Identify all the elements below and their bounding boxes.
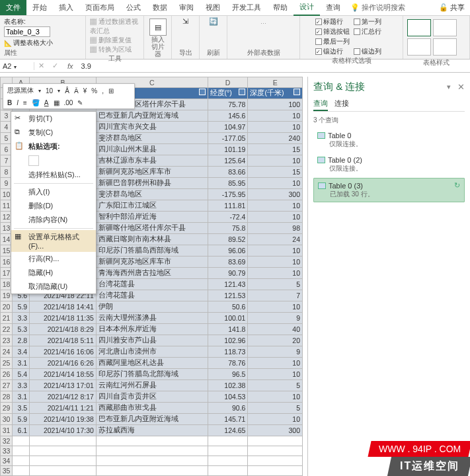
cell[interactable]: 巴布亚新几内亚附近海域 — [96, 110, 208, 122]
cell[interactable] — [208, 446, 248, 456]
cell[interactable] — [208, 456, 248, 466]
cell[interactable]: 9 — [248, 346, 303, 358]
cell[interactable]: 10 — [248, 178, 303, 189]
cell[interactable]: 121.53 — [208, 290, 248, 301]
query-item[interactable]: Table 0仅限连接。 — [313, 129, 465, 151]
cell[interactable]: 台湾花莲县 — [96, 290, 208, 301]
cell[interactable]: 云南红河州石屏县 — [96, 380, 208, 391]
tab-dev[interactable]: 开发工具 — [226, 0, 267, 15]
cell[interactable] — [30, 436, 97, 446]
cell[interactable]: 3.5 — [13, 403, 30, 414]
cell[interactable]: 300 — [248, 189, 303, 200]
ctx-copy[interactable]: ⧉复制(C) — [11, 126, 96, 139]
opt-filter-btn[interactable]: 筛选按钮 — [315, 27, 350, 36]
opt-total-row[interactable]: 汇总行 — [354, 27, 388, 36]
table-header-cell[interactable]: 深度(千米) — [248, 88, 303, 99]
ctx-insert[interactable]: 插入(I) — [11, 185, 96, 199]
mini-inc-font-icon[interactable]: Â — [63, 87, 71, 95]
cell[interactable]: 2021/4/10 19:38 — [30, 414, 97, 425]
cell[interactable] — [248, 446, 303, 456]
mini-fill-icon[interactable]: 🪣 — [30, 99, 41, 107]
cell[interactable]: 3.1 — [13, 358, 30, 369]
row-header[interactable]: 26 — [1, 369, 13, 380]
tab-connections[interactable]: 连接 — [334, 97, 349, 111]
cell[interactable] — [13, 436, 30, 446]
cell[interactable] — [208, 436, 248, 446]
cell[interactable]: 240 — [248, 133, 303, 144]
refresh-icon[interactable]: ↻ — [454, 181, 460, 190]
cell[interactable]: 102.38 — [208, 380, 248, 391]
query-item[interactable]: Table 0 (3)↻已加载 30 行。 — [313, 178, 465, 202]
cell[interactable]: 10 — [248, 122, 303, 133]
mini-currency-icon[interactable]: ¥ — [82, 87, 89, 95]
cell[interactable]: 2021/4/18 14:41 — [30, 301, 97, 313]
row-header[interactable]: 35 — [1, 466, 13, 476]
tab-data[interactable]: 数据 — [147, 0, 173, 15]
cell[interactable]: 5.9 — [13, 301, 30, 313]
cell[interactable]: 四川雅安市芦山县 — [96, 335, 208, 346]
resize-table[interactable]: 📐调整表格大小 — [4, 38, 53, 48]
tab-queries[interactable]: 查询 — [313, 97, 328, 111]
refresh-button[interactable]: 🔄 — [209, 17, 218, 26]
cancel-icon[interactable]: ✕ — [34, 61, 48, 70]
cell[interactable] — [96, 456, 208, 466]
panel-menu-icon[interactable]: ▾ — [447, 83, 451, 91]
mini-percent-icon[interactable]: % — [90, 87, 98, 95]
cell[interactable]: 智利中部沿岸近海 — [96, 212, 208, 223]
cell[interactable]: 斐济群岛地区 — [96, 189, 208, 200]
cell[interactable]: 10 — [248, 301, 303, 313]
cell[interactable]: 121.43 — [208, 279, 248, 290]
cell[interactable]: 西藏阿里地区札达县 — [96, 358, 208, 369]
help-search[interactable]: 💡操作说明搜索 — [350, 3, 405, 13]
cell[interactable]: 新疆阿克苏地区库车市 — [96, 257, 208, 268]
cell[interactable]: 吉林辽源市东丰县 — [96, 155, 208, 167]
cell[interactable]: 2021/4/12 8:17 — [30, 391, 97, 403]
col-header[interactable]: E — [248, 77, 303, 88]
cell[interactable]: 10 — [248, 200, 303, 212]
ctx-cut[interactable]: ✂剪切(T) — [11, 112, 96, 126]
cell[interactable]: 96.5 — [208, 369, 248, 380]
style-swatch[interactable] — [407, 19, 431, 36]
cell[interactable]: 9 — [248, 313, 303, 324]
cell[interactable]: 78.76 — [208, 358, 248, 369]
cell[interactable]: 3.3 — [13, 380, 30, 391]
cell[interactable]: 20 — [248, 335, 303, 346]
cell[interactable]: 83.69 — [208, 257, 248, 268]
cell[interactable]: 四川凉山州木里县 — [96, 144, 208, 155]
cell[interactable]: 10 — [248, 369, 303, 380]
cell[interactable]: 90.6 — [208, 403, 248, 414]
insert-slicer[interactable]: ▤ — [149, 19, 167, 36]
cell[interactable] — [96, 436, 208, 446]
mini-bold-icon[interactable]: B — [6, 99, 13, 107]
cell[interactable]: 145.71 — [208, 414, 248, 425]
mini-font-color-icon[interactable]: A — [43, 99, 50, 107]
cell[interactable]: 2.8 — [13, 335, 30, 346]
row-header[interactable]: 27 — [1, 380, 13, 391]
cell[interactable]: -72.4 — [208, 212, 248, 223]
cell[interactable] — [96, 466, 208, 476]
tab-insert[interactable]: 插入 — [53, 0, 79, 15]
mini-format-icon[interactable]: ✎ — [76, 99, 84, 107]
cell[interactable] — [30, 456, 97, 466]
cell[interactable]: -175.95 — [208, 189, 248, 200]
cell[interactable]: 15 — [248, 144, 303, 155]
ctx-unhide[interactable]: 取消隐藏(U) — [11, 280, 96, 294]
cell[interactable]: 苏拉威西海 — [96, 425, 208, 436]
cell[interactable]: 巴布亚新几内亚附近海域 — [96, 414, 208, 425]
row-header[interactable]: 28 — [1, 391, 13, 403]
cell[interactable]: 102.96 — [208, 335, 248, 346]
cell[interactable]: 2021/4/10 17:30 — [30, 425, 97, 436]
mini-align-icon[interactable]: ≡ — [22, 99, 28, 107]
cell[interactable]: 5.9 — [13, 414, 30, 425]
mini-font[interactable]: 思源黑体 — [6, 85, 35, 96]
cell[interactable]: 10 — [248, 268, 303, 279]
cell[interactable]: 7 — [248, 290, 303, 301]
row-header[interactable]: 31 — [1, 425, 13, 436]
opt-banded-col[interactable]: 镶边列 — [354, 47, 388, 56]
tab-file[interactable]: 文件 — [0, 0, 26, 15]
cell[interactable] — [208, 466, 248, 476]
cell[interactable]: 10 — [248, 358, 303, 369]
cell[interactable]: 101.19 — [208, 144, 248, 155]
cell[interactable]: 3.4 — [13, 346, 30, 358]
cell[interactable]: 河北唐山市滦州市 — [96, 346, 208, 358]
